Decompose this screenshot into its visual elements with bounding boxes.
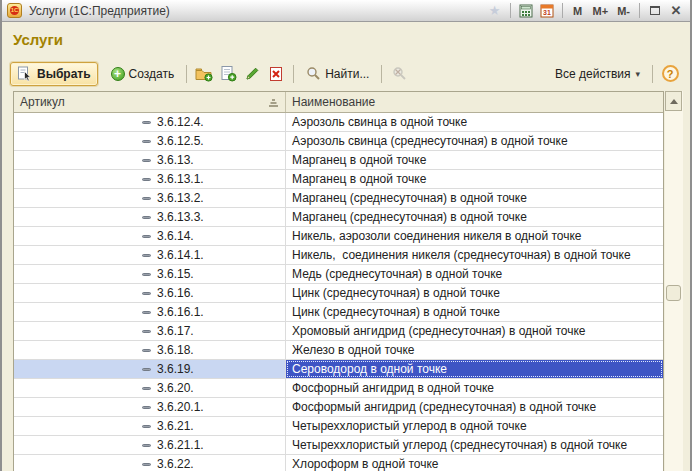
edit-button[interactable] [240, 62, 264, 86]
article-cell: 3.6.13.2. [14, 189, 286, 207]
dash-item-icon [142, 235, 151, 238]
name-cell: Аэрозоль свинца (среднесуточная) в одной… [286, 132, 663, 150]
dash-item-icon [142, 159, 151, 162]
dash-item-icon [142, 273, 151, 276]
table-row[interactable]: 3.6.14. Никель, аэрозоли соединения нике… [14, 227, 663, 246]
name-cell: Фосфорный ангидрид в одной точке [286, 379, 663, 397]
vertical-scrollbar[interactable] [665, 91, 683, 471]
table-row[interactable]: 3.6.12.5. Аэрозоль свинца (среднесуточна… [14, 132, 663, 151]
table-row[interactable]: 3.6.13. Марганец в одной точке [14, 151, 663, 170]
dash-item-icon [142, 254, 151, 257]
table-row[interactable]: 3.6.17. Хромовый ангидрид (среднесуточна… [14, 322, 663, 341]
1c-logo-icon[interactable]: 1С [7, 3, 22, 18]
article-cell: 3.6.16.1. [14, 303, 286, 321]
favorites-button[interactable]: ★ [486, 2, 504, 20]
name-cell: Сероводород в одной точке [286, 360, 663, 378]
article-cell: 3.6.14. [14, 227, 286, 245]
create-button[interactable]: + Создать [104, 62, 182, 86]
row-article: 3.6.12.5. [157, 134, 204, 148]
calculator-button[interactable] [517, 2, 535, 20]
name-cell: Аэрозоль свинца в одной точке [286, 113, 663, 131]
row-name: Хлороформ в одной точке [292, 457, 439, 471]
dash-item-icon [142, 406, 151, 409]
name-cell: Четыреххлористый углерод (среднесуточная… [286, 436, 663, 454]
create-group-button[interactable] [192, 62, 216, 86]
row-article: 3.6.17. [157, 324, 194, 338]
help-button[interactable]: ? [658, 62, 682, 86]
calendar-button[interactable]: 31 [538, 2, 556, 20]
table-row[interactable]: 3.6.13.2. Марганец (среднесуточная) в од… [14, 189, 663, 208]
name-cell: Никель, соединения никеля (среднесуточна… [286, 246, 663, 264]
delete-button[interactable] [264, 62, 288, 86]
close-button[interactable]: ✕ [667, 2, 685, 20]
row-name: Аэрозоль свинца в одной точке [292, 115, 467, 129]
m-button[interactable]: М [569, 2, 587, 20]
table-row[interactable]: 3.6.16. Цинк (среднесуточная) в одной то… [14, 284, 663, 303]
copy-button[interactable] [216, 62, 240, 86]
triangle-up-icon [670, 99, 678, 104]
dash-item-icon [142, 330, 151, 333]
column-header-name[interactable]: Наименование [286, 92, 663, 112]
row-article: 3.6.20.1. [157, 400, 204, 414]
table-row[interactable]: 3.6.16.1. Цинк (среднесуточная) в одной … [14, 303, 663, 322]
name-cell: Марганец (среднесуточная) в одной точке [286, 208, 663, 226]
toolbar-separator [652, 65, 653, 83]
scrollbar-thumb[interactable] [666, 285, 681, 301]
article-cell: 3.6.12.4. [14, 113, 286, 131]
row-name: Хромовый ангидрид (среднесуточная) в одн… [292, 324, 585, 338]
m-minus-button[interactable]: М- [614, 2, 633, 20]
article-cell: 3.6.13.1. [14, 170, 286, 188]
cursor-pick-icon [17, 66, 33, 82]
table-row[interactable]: 3.6.20. Фосфорный ангидрид в одной точке [14, 379, 663, 398]
table-row[interactable]: 3.6.21. Четыреххлористый углерод в одной… [14, 417, 663, 436]
table-row[interactable]: 3.6.15. Медь (среднесуточная) в одной то… [14, 265, 663, 284]
table-row[interactable]: 3.6.22. Хлороформ в одной точке [14, 455, 663, 471]
table-row[interactable]: 3.6.14.1. Никель, соединения никеля (сре… [14, 246, 663, 265]
dash-item-icon [142, 387, 151, 390]
table-header: Артикул Наименование [14, 92, 663, 113]
name-cell: Цинк (среднесуточная) в одной точке [286, 284, 663, 302]
find-button[interactable]: Найти... [299, 62, 376, 86]
name-cell: Хлороформ в одной точке [286, 455, 663, 471]
name-cell: Никель, аэрозоли соединения никеля в одн… [286, 227, 663, 245]
select-button-label: Выбрать [37, 67, 91, 81]
row-name: Аэрозоль свинца (среднесуточная) в одной… [292, 134, 568, 148]
row-name: Марганец (среднесуточная) в одной точке [292, 210, 527, 224]
table-row[interactable]: 3.6.21.1. Четыреххлористый углерод (сред… [14, 436, 663, 455]
table-row[interactable]: 3.6.18. Железо в одной точке [14, 341, 663, 360]
dash-item-icon [142, 463, 151, 466]
table-row[interactable]: 3.6.20.1. Фосформый ангидрид (среднесуто… [14, 398, 663, 417]
select-button[interactable]: Выбрать [10, 62, 98, 86]
dash-item-icon [142, 197, 151, 200]
row-article: 3.6.21. [157, 419, 194, 433]
calculator-icon [519, 4, 533, 18]
dash-item-icon [142, 444, 151, 447]
m-plus-button[interactable]: М+ [590, 2, 612, 20]
table-row[interactable]: 3.6.13.3. Марганец (среднесуточная) в од… [14, 208, 663, 227]
toolbar-separator [381, 65, 382, 83]
all-actions-button[interactable]: Все действия ▾ [548, 62, 647, 86]
plus-circle-icon: + [111, 67, 125, 81]
scroll-up-button[interactable] [665, 91, 682, 111]
sort-ascending-icon [268, 98, 279, 107]
column-header-article[interactable]: Артикул [14, 92, 286, 112]
document-red-x-icon [268, 66, 284, 82]
folder-plus-icon [195, 66, 213, 82]
row-article: 3.6.14. [157, 229, 194, 243]
row-article: 3.6.20. [157, 381, 194, 395]
row-name: Железо в одной точке [292, 343, 415, 357]
toolbar-separator [293, 65, 294, 83]
row-name: Марганец в одной точке [292, 172, 426, 186]
table-row[interactable]: 3.6.12.4. Аэрозоль свинца в одной точке [14, 113, 663, 132]
row-article: 3.6.22. [157, 457, 194, 471]
table-row[interactable]: 3.6.19. Сероводород в одной точке [14, 360, 663, 379]
row-article: 3.6.21.1. [157, 438, 204, 452]
help-icon: ? [662, 65, 679, 82]
clear-search-button[interactable] [387, 62, 411, 86]
row-name: Фосфорный ангидрид в одной точке [292, 381, 494, 395]
row-article: 3.6.15. [157, 267, 194, 281]
article-cell: 3.6.16. [14, 284, 286, 302]
row-article: 3.6.18. [157, 343, 194, 357]
table-row[interactable]: 3.6.13.1. Марганец в одной точке [14, 170, 663, 189]
maximize-button[interactable] [646, 2, 664, 20]
